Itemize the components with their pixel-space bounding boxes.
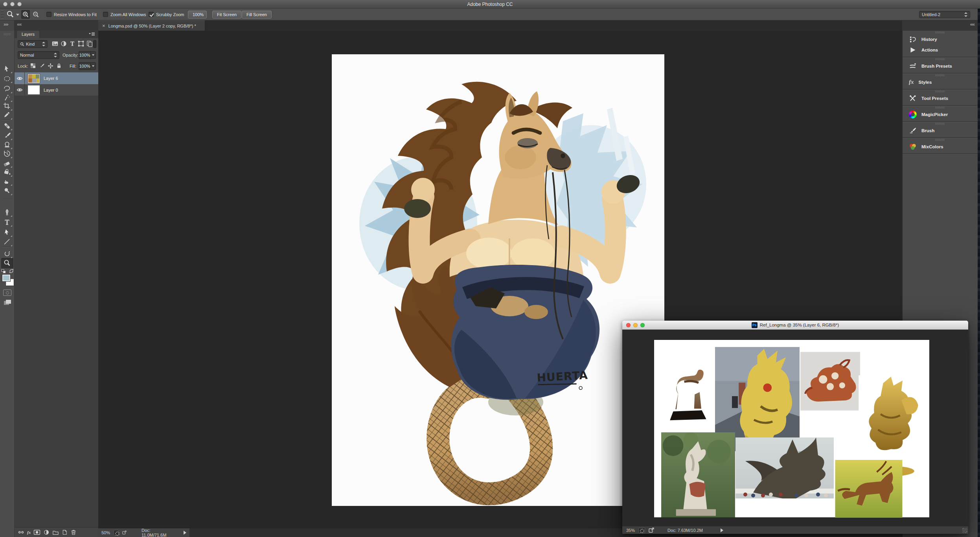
- lock-pixels-icon[interactable]: [39, 63, 45, 69]
- pen-tool[interactable]: [3, 208, 12, 217]
- panel-button-styles[interactable]: fx Styles: [903, 77, 978, 87]
- filter-adjustment-layers-icon[interactable]: [60, 40, 67, 47]
- layer-style-fx-icon[interactable]: fx: [27, 530, 31, 535]
- new-group-folder-icon[interactable]: [52, 530, 59, 535]
- window-controls[interactable]: [626, 323, 645, 327]
- default-colors-icon[interactable]: [1, 269, 6, 274]
- filter-pixel-layers-icon[interactable]: [51, 40, 59, 47]
- filter-kind-dropdown[interactable]: Kind: [18, 40, 48, 48]
- filter-toggle-switch[interactable]: [93, 40, 96, 47]
- panel-button-brush[interactable]: Brush: [903, 125, 978, 136]
- panel-drag-dots[interactable]: [903, 122, 978, 125]
- delete-layer-trash-icon[interactable]: [70, 529, 77, 535]
- brush-tool[interactable]: [3, 131, 12, 140]
- panel-menu-icon[interactable]: [88, 32, 95, 37]
- zoom-tool-selected[interactable]: [1, 258, 13, 268]
- expand-toolbar-icon[interactable]: »»: [4, 22, 8, 27]
- visibility-eye-icon[interactable]: [15, 84, 25, 96]
- visibility-eye-icon[interactable]: [15, 72, 25, 84]
- healing-brush-tool[interactable]: [3, 122, 12, 131]
- dodge-tool[interactable]: [3, 186, 12, 196]
- zoom-level-field[interactable]: 50%: [101, 530, 110, 535]
- panel-button-magicpicker[interactable]: MagicPicker: [903, 109, 978, 120]
- toolbar-grip[interactable]: [4, 33, 11, 35]
- fill-screen-button[interactable]: Fill Screen: [242, 11, 272, 18]
- eraser-tool[interactable]: [3, 159, 12, 168]
- resize-windows-checkbox[interactable]: Resize Windows to Fit: [46, 12, 97, 17]
- reference-window-titlebar[interactable]: Ps Ref_Longma @ 35% (Layer 6, RGB/8*): [622, 321, 968, 330]
- zoom-100-button[interactable]: 100%: [188, 11, 207, 18]
- fill-field[interactable]: 100%: [79, 62, 96, 70]
- paint-bucket-tool[interactable]: [3, 168, 12, 177]
- screen-mode-button[interactable]: [3, 299, 11, 305]
- type-tool[interactable]: [3, 218, 12, 227]
- lock-all-icon[interactable]: [56, 63, 63, 69]
- status-menu-arrow-icon[interactable]: [721, 528, 723, 532]
- reference-collage-canvas[interactable]: [654, 340, 929, 517]
- longma-artwork-canvas[interactable]: HUERTA: [332, 54, 664, 506]
- doc-size-label[interactable]: Doc: 11.0M/71.6M: [142, 528, 168, 537]
- panel-button-history[interactable]: History: [903, 34, 978, 44]
- workspace-switcher[interactable]: Untitled-2: [919, 11, 970, 18]
- panel-button-tool-presets[interactable]: Tool Presets: [903, 93, 978, 103]
- panel-drag-dots[interactable]: [903, 106, 978, 109]
- scrubby-zoom-checkbox[interactable]: Scrubby Zoom: [149, 12, 184, 17]
- zoom-window-icon[interactable]: [640, 323, 645, 327]
- doc-size-label[interactable]: Doc: 7.63M/10.2M: [667, 528, 703, 533]
- rotate-view-tool[interactable]: [3, 249, 12, 258]
- close-tab-icon[interactable]: ×: [102, 23, 105, 29]
- smudge-tool[interactable]: [3, 177, 12, 186]
- layer-name[interactable]: Layer 0: [44, 88, 58, 92]
- share-icon[interactable]: [649, 528, 655, 533]
- blend-mode-dropdown[interactable]: Normal: [18, 51, 59, 59]
- current-tool-badge[interactable]: [6, 10, 19, 19]
- minimize-window-icon[interactable]: [633, 323, 638, 327]
- resize-grip[interactable]: [962, 528, 967, 533]
- title-bar[interactable]: Adobe Photoshop CC: [0, 0, 980, 9]
- marquee-tool[interactable]: [3, 74, 12, 83]
- link-layers-icon[interactable]: [18, 529, 24, 535]
- add-layer-mask-icon[interactable]: [33, 529, 40, 535]
- line-shape-tool[interactable]: [3, 238, 12, 247]
- panel-button-brush-presets[interactable]: Brush Presets: [903, 61, 978, 71]
- history-brush-tool[interactable]: [3, 149, 12, 159]
- panel-drag-dots[interactable]: [903, 57, 978, 61]
- panel-drag-dots[interactable]: [903, 31, 978, 34]
- zoom-out-button[interactable]: [31, 10, 40, 19]
- layer-name[interactable]: Layer 6: [44, 76, 58, 81]
- dropdown-arrow-icon[interactable]: [90, 63, 96, 70]
- lock-transparency-icon[interactable]: [30, 63, 37, 69]
- new-layer-icon[interactable]: [62, 529, 68, 535]
- fit-screen-button[interactable]: Fit Screen: [212, 11, 241, 18]
- filter-type-layers-icon[interactable]: [69, 40, 76, 47]
- opacity-field[interactable]: 100%: [79, 51, 96, 59]
- share-icon[interactable]: [122, 530, 127, 535]
- status-gear-icon[interactable]: [638, 528, 645, 533]
- layer-row-layer0[interactable]: Layer 0: [15, 84, 98, 96]
- quick-mask-button[interactable]: [3, 290, 11, 296]
- close-window-icon[interactable]: [626, 323, 631, 327]
- foreground-color-swatch[interactable]: [2, 275, 10, 281]
- document-tab[interactable]: × Longma.psd @ 50% (Layer 2 copy, RGB/8*…: [98, 20, 205, 31]
- dropdown-arrow-icon[interactable]: [90, 52, 96, 59]
- status-gear-icon[interactable]: [114, 530, 119, 535]
- path-selection-tool[interactable]: [3, 228, 12, 237]
- zoom-level-field[interactable]: 35%: [626, 528, 635, 533]
- lock-position-icon[interactable]: [48, 63, 54, 69]
- move-tool[interactable]: [3, 65, 12, 74]
- layer-thumbnail[interactable]: [28, 74, 40, 83]
- layer-thumbnail[interactable]: [28, 85, 40, 94]
- panel-drag-dots[interactable]: [903, 138, 978, 141]
- filter-smart-objects-icon[interactable]: [86, 40, 93, 47]
- zoom-all-windows-checkbox[interactable]: Zoom All Windows: [103, 12, 146, 17]
- swap-colors-icon[interactable]: [9, 268, 14, 274]
- status-menu-arrow-icon[interactable]: [184, 531, 186, 535]
- crop-tool[interactable]: [3, 102, 12, 111]
- collapse-dock-icon[interactable]: ««: [17, 22, 21, 27]
- zoom-in-button[interactable]: [21, 10, 30, 19]
- clone-stamp-tool[interactable]: [3, 140, 12, 149]
- collapse-right-dock-icon[interactable]: ««: [970, 22, 974, 27]
- layer-row-layer6[interactable]: Layer 6: [15, 72, 98, 84]
- options-grip[interactable]: [1, 10, 4, 19]
- lasso-tool[interactable]: [3, 85, 12, 94]
